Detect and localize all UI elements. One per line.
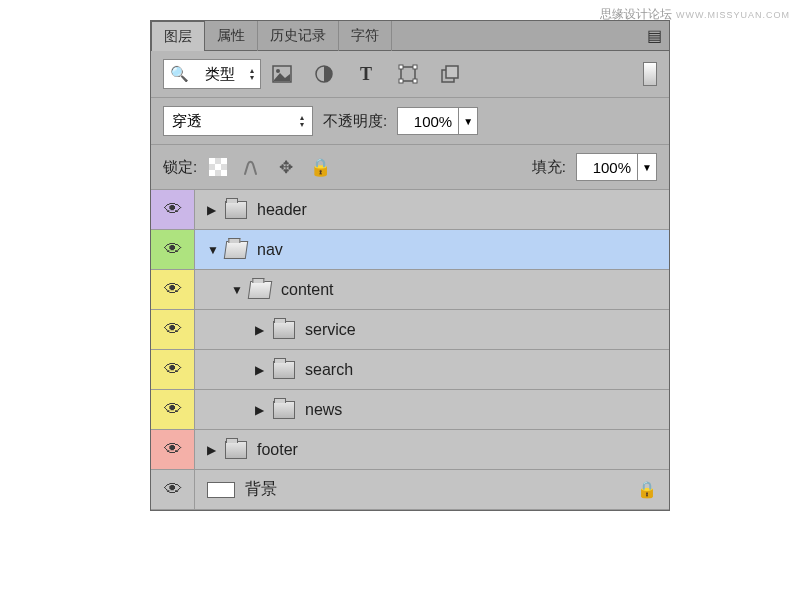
folder-icon: [225, 441, 247, 459]
layer-row[interactable]: 👁footer: [151, 430, 669, 470]
svg-rect-11: [209, 158, 215, 164]
eye-icon: 👁: [164, 359, 182, 380]
opacity-dropdown[interactable]: ▼: [458, 107, 478, 135]
layer-row[interactable]: 👁content: [151, 270, 669, 310]
disclosure-right-icon[interactable]: [255, 323, 267, 337]
svg-point-1: [276, 69, 280, 73]
filter-row: 🔍 类型 ▴▾ T: [151, 51, 669, 98]
layer-name: header: [257, 201, 307, 219]
filter-type-select[interactable]: 🔍 类型 ▴▾: [163, 59, 261, 89]
layer-body[interactable]: nav: [195, 230, 669, 269]
visibility-toggle[interactable]: 👁: [151, 430, 195, 469]
search-icon: 🔍: [170, 65, 189, 83]
layer-row[interactable]: 👁背景🔒: [151, 470, 669, 510]
filter-adjustment-icon[interactable]: [313, 63, 335, 85]
layer-row[interactable]: 👁header: [151, 190, 669, 230]
stepper-arrows-icon: ▴▾: [300, 114, 304, 128]
layers-panel: 图层 属性 历史记录 字符 ▤ 🔍 类型 ▴▾ T: [150, 20, 670, 511]
filter-toggle[interactable]: [643, 62, 657, 86]
layer-body[interactable]: content: [195, 270, 669, 309]
folder-open-icon: [224, 241, 249, 259]
layer-body[interactable]: 背景🔒: [195, 470, 669, 509]
folder-open-icon: [248, 281, 273, 299]
folder-icon: [225, 201, 247, 219]
layer-body[interactable]: search: [195, 350, 669, 389]
eye-icon: 👁: [164, 279, 182, 300]
stepper-arrows-icon: ▴▾: [250, 67, 254, 81]
panel-tabs: 图层 属性 历史记录 字符 ▤: [151, 21, 669, 51]
opacity-label: 不透明度:: [323, 112, 387, 131]
disclosure-down-icon[interactable]: [231, 283, 243, 297]
svg-rect-7: [413, 79, 417, 83]
disclosure-right-icon[interactable]: [207, 203, 219, 217]
blend-row: 穿透 ▴▾ 不透明度: 100% ▼: [151, 98, 669, 145]
lock-label: 锁定:: [163, 158, 197, 177]
fill-input[interactable]: 100%: [576, 153, 638, 181]
eye-icon: 👁: [164, 479, 182, 500]
visibility-toggle[interactable]: 👁: [151, 310, 195, 349]
svg-rect-6: [399, 79, 403, 83]
folder-icon: [273, 321, 295, 339]
filter-pixel-icon[interactable]: [271, 63, 293, 85]
filter-smartobject-icon[interactable]: [439, 63, 461, 85]
layer-name: news: [305, 401, 342, 419]
layer-name: 背景: [245, 479, 277, 500]
filter-type-icon[interactable]: T: [355, 63, 377, 85]
lock-position-icon[interactable]: ✥: [275, 156, 297, 178]
layer-name: service: [305, 321, 356, 339]
eye-icon: 👁: [164, 439, 182, 460]
lock-all-icon[interactable]: 🔒: [309, 156, 331, 178]
visibility-toggle[interactable]: 👁: [151, 190, 195, 229]
layer-body[interactable]: news: [195, 390, 669, 429]
layer-body[interactable]: footer: [195, 430, 669, 469]
layer-name: content: [281, 281, 333, 299]
layer-thumbnail: [207, 482, 235, 498]
layer-body[interactable]: service: [195, 310, 669, 349]
svg-rect-4: [399, 65, 403, 69]
disclosure-right-icon[interactable]: [255, 363, 267, 377]
fill-label: 填充:: [532, 158, 566, 177]
disclosure-down-icon[interactable]: [207, 243, 219, 257]
visibility-toggle[interactable]: 👁: [151, 270, 195, 309]
tab-character[interactable]: 字符: [339, 21, 392, 51]
blend-mode-select[interactable]: 穿透 ▴▾: [163, 106, 313, 136]
fill-dropdown[interactable]: ▼: [637, 153, 657, 181]
visibility-toggle[interactable]: 👁: [151, 470, 195, 509]
filter-label: 类型: [205, 65, 235, 84]
blend-mode-value: 穿透: [172, 112, 202, 131]
svg-rect-15: [221, 170, 227, 176]
filter-shape-icon[interactable]: [397, 63, 419, 85]
folder-icon: [273, 401, 295, 419]
svg-rect-12: [221, 158, 227, 164]
panel-menu-icon[interactable]: ▤: [639, 26, 669, 45]
layer-row[interactable]: 👁nav: [151, 230, 669, 270]
disclosure-right-icon[interactable]: [255, 403, 267, 417]
layer-row[interactable]: 👁search: [151, 350, 669, 390]
opacity-input[interactable]: 100%: [397, 107, 459, 135]
lock-pixels-icon[interactable]: [241, 156, 263, 178]
layer-row[interactable]: 👁news: [151, 390, 669, 430]
folder-icon: [273, 361, 295, 379]
layer-row[interactable]: 👁service: [151, 310, 669, 350]
eye-icon: 👁: [164, 399, 182, 420]
eye-icon: 👁: [164, 319, 182, 340]
tab-layers[interactable]: 图层: [151, 21, 205, 51]
visibility-toggle[interactable]: 👁: [151, 350, 195, 389]
tab-history[interactable]: 历史记录: [258, 21, 339, 51]
layer-body[interactable]: header: [195, 190, 669, 229]
layer-name: nav: [257, 241, 283, 259]
svg-rect-9: [446, 66, 458, 78]
tab-properties[interactable]: 属性: [205, 21, 258, 51]
visibility-toggle[interactable]: 👁: [151, 230, 195, 269]
svg-rect-14: [209, 170, 215, 176]
layer-name: footer: [257, 441, 298, 459]
disclosure-right-icon[interactable]: [207, 443, 219, 457]
lock-icon: 🔒: [637, 480, 657, 499]
eye-icon: 👁: [164, 239, 182, 260]
svg-rect-13: [215, 164, 221, 170]
layer-name: search: [305, 361, 353, 379]
visibility-toggle[interactable]: 👁: [151, 390, 195, 429]
lock-row: 锁定: ✥ 🔒 填充: 100% ▼: [151, 145, 669, 190]
layers-list: 👁header👁nav👁content👁service👁search👁news👁…: [151, 190, 669, 510]
lock-transparency-icon[interactable]: [207, 156, 229, 178]
